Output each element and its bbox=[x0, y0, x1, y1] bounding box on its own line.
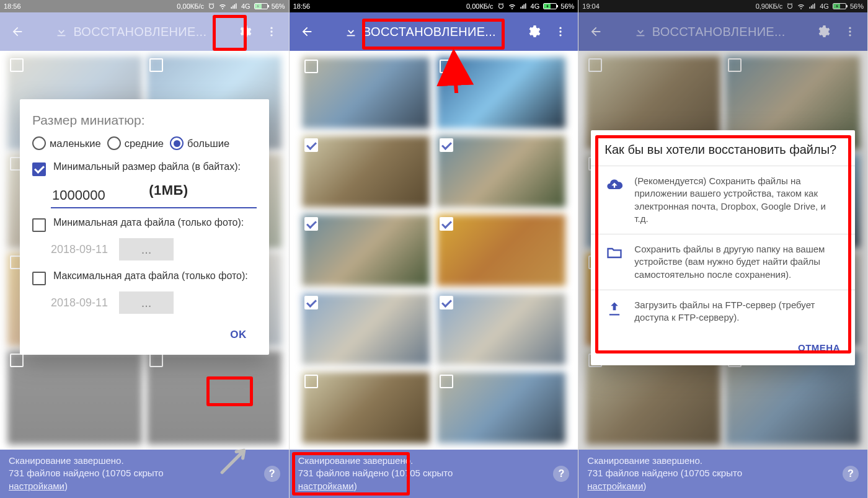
screen-1: 18:56 0,00КБ/с 4G 56% ВОССТАНОВЛЕНИЕ... bbox=[0, 0, 290, 498]
status-battery-pct: 56% bbox=[850, 2, 864, 10]
gear-icon bbox=[237, 24, 252, 39]
help-button[interactable]: ? bbox=[264, 466, 280, 482]
settings-button[interactable] bbox=[231, 18, 258, 45]
photo-grid bbox=[290, 51, 578, 450]
restore-options-dialog: Как бы вы хотели восстановить файлы? (Ре… bbox=[591, 130, 855, 365]
radio-small[interactable] bbox=[32, 136, 46, 150]
svg-point-7 bbox=[849, 27, 851, 29]
more-vert-icon bbox=[265, 25, 278, 38]
checkbox-min-filesize[interactable] bbox=[32, 162, 46, 176]
screen-2: 18:56 0,00КБ/с 4G 56% ВОССТАНОВЛЕНИЕ... bbox=[290, 0, 579, 498]
appbar: ВОССТАНОВЛЕНИЕ... bbox=[578, 12, 867, 51]
signal-icon bbox=[230, 2, 237, 10]
overflow-button[interactable] bbox=[836, 18, 864, 45]
min-date-value: 2018-09-11 bbox=[51, 243, 108, 256]
thumb-item[interactable] bbox=[437, 136, 565, 207]
alarm-icon bbox=[497, 2, 505, 10]
min-date-picker-button[interactable]: ... bbox=[119, 238, 174, 260]
annotation-1mb: (1МБ) bbox=[149, 182, 188, 198]
more-vert-icon bbox=[554, 25, 567, 38]
thumb-item[interactable] bbox=[147, 351, 281, 445]
settings-button[interactable] bbox=[809, 18, 836, 45]
appbar-title[interactable]: ВОССТАНОВЛЕНИЕ... bbox=[31, 25, 231, 39]
checkbox-min-date[interactable] bbox=[32, 218, 46, 232]
scan-count-text: 731 файлов найдено bbox=[587, 468, 678, 478]
radio-large[interactable] bbox=[170, 136, 184, 150]
back-arrow-icon bbox=[11, 25, 24, 38]
thumb-item[interactable] bbox=[302, 57, 430, 128]
status-carrier: 4G bbox=[531, 2, 540, 10]
thumb-item[interactable] bbox=[437, 215, 565, 286]
back-arrow-icon bbox=[300, 25, 314, 38]
overflow-button[interactable] bbox=[258, 18, 285, 45]
restore-option-folder[interactable]: Сохранить файлы в другую папку на вашем … bbox=[591, 234, 855, 290]
alarm-icon bbox=[786, 2, 794, 10]
thumb-item[interactable] bbox=[437, 293, 565, 365]
appbar-title[interactable]: ВОССТАНОВЛЕНИЕ... bbox=[321, 25, 520, 39]
checkbox-max-date[interactable] bbox=[32, 272, 46, 285]
signal-icon bbox=[520, 2, 527, 10]
settings-button[interactable] bbox=[520, 18, 547, 45]
gear-icon bbox=[526, 24, 541, 39]
restore-option-cloud[interactable]: (Рекомендуется) Сохранить файлы на прило… bbox=[591, 166, 855, 234]
thumb-item[interactable] bbox=[302, 215, 430, 286]
overflow-button[interactable] bbox=[547, 18, 574, 45]
thumb-item[interactable] bbox=[302, 136, 430, 207]
help-button[interactable]: ? bbox=[843, 466, 859, 482]
radio-medium[interactable] bbox=[107, 136, 121, 150]
status-netspeed: 0,00КБ/с bbox=[177, 2, 204, 10]
appbar: ВОССТАНОВЛЕНИЕ... bbox=[290, 12, 578, 51]
svg-point-5 bbox=[560, 30, 562, 32]
svg-point-9 bbox=[849, 34, 851, 36]
wifi-icon bbox=[797, 2, 805, 10]
svg-point-6 bbox=[560, 34, 562, 36]
cancel-button[interactable]: ОТМЕНА bbox=[789, 337, 849, 358]
signal-icon bbox=[808, 2, 816, 10]
svg-point-0 bbox=[270, 27, 272, 29]
back-button[interactable] bbox=[4, 18, 31, 45]
thumb-item[interactable] bbox=[7, 351, 142, 445]
alarm-icon bbox=[208, 2, 215, 10]
svg-point-4 bbox=[560, 27, 562, 29]
status-carrier: 4G bbox=[241, 2, 250, 10]
ok-button[interactable]: OK bbox=[220, 324, 257, 346]
appbar-title-text: ВОССТАНОВЛЕНИЕ... bbox=[363, 25, 496, 39]
scan-count-text: 731 файлов найдено bbox=[298, 468, 389, 478]
folder-icon bbox=[606, 244, 623, 262]
max-date-picker-button[interactable]: ... bbox=[119, 291, 174, 314]
thumb-item[interactable] bbox=[302, 293, 430, 365]
android-statusbar: 18:56 0,00КБ/с 4G 56% bbox=[290, 0, 578, 12]
thumb-item[interactable] bbox=[437, 372, 565, 443]
wifi-icon bbox=[219, 2, 226, 10]
scan-count-text: 731 файлов найдено bbox=[9, 468, 99, 478]
status-time: 19:04 bbox=[582, 2, 600, 10]
status-netspeed: 0,90КБ/с bbox=[756, 2, 783, 10]
restore-option-ftp[interactable]: Загрузить файлы на FTP-сервер (требует д… bbox=[591, 290, 855, 333]
scan-done-text: Сканирование завершено. bbox=[298, 455, 414, 466]
back-button[interactable] bbox=[582, 18, 609, 45]
scan-settings-link[interactable]: настройками bbox=[587, 481, 643, 491]
scan-statusbar: Сканирование завершено. 731 файлов найде… bbox=[290, 450, 578, 498]
scan-settings-link[interactable]: настройками bbox=[298, 481, 354, 491]
thumb-item[interactable] bbox=[302, 372, 430, 443]
battery-icon bbox=[543, 3, 557, 9]
thumb-item[interactable] bbox=[437, 57, 565, 128]
status-battery-pct: 56% bbox=[560, 2, 574, 10]
thumbnail-settings-dialog: Размер миниатюр: маленькие средние больш… bbox=[20, 99, 269, 355]
help-button[interactable]: ? bbox=[553, 466, 569, 482]
battery-icon bbox=[254, 3, 268, 9]
battery-icon bbox=[833, 3, 846, 9]
dialog-title: Размер миниатюр: bbox=[32, 113, 257, 128]
android-statusbar: 18:56 0,00КБ/с 4G 56% bbox=[0, 0, 289, 12]
back-button[interactable] bbox=[293, 18, 321, 45]
scan-settings-link[interactable]: настройками bbox=[9, 481, 64, 491]
status-time: 18:56 bbox=[4, 2, 21, 10]
status-carrier: 4G bbox=[820, 2, 829, 10]
back-arrow-icon bbox=[589, 25, 603, 38]
gear-icon bbox=[815, 24, 830, 39]
more-vert-icon bbox=[844, 25, 856, 38]
appbar-title[interactable]: ВОССТАНОВЛЕНИЕ... bbox=[609, 25, 809, 39]
max-date-value: 2018-09-11 bbox=[51, 296, 108, 309]
scan-statusbar: Сканирование завершено. 731 файлов найде… bbox=[0, 450, 289, 498]
svg-point-1 bbox=[270, 30, 272, 32]
